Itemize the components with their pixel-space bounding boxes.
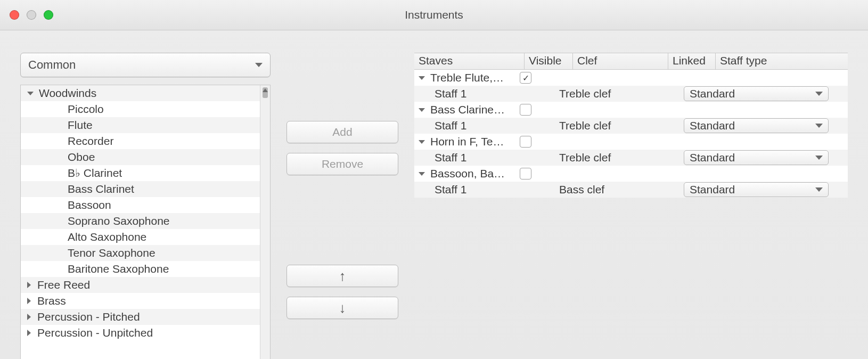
tree-item[interactable]: Alto Saxophone <box>21 229 260 245</box>
remove-button[interactable]: Remove <box>286 153 398 175</box>
tree-item-label: Bass Clarinet <box>68 183 134 195</box>
scroll-up-icon[interactable] <box>263 88 268 92</box>
tree-group-label: Woodwinds <box>39 87 96 100</box>
staff-label: Staff 1 <box>435 119 466 132</box>
minimize-icon[interactable] <box>27 10 36 20</box>
instruments-dialog: Instruments Common WoodwindsPiccoloFlute… <box>0 0 868 359</box>
stafftype-select[interactable]: Standard <box>684 182 829 197</box>
staff-label: Staff 1 <box>435 183 466 196</box>
move-up-button[interactable]: ↑ <box>286 265 398 287</box>
stafftype-label: Standard <box>690 119 735 132</box>
right-panel: Staves Visible Clef Linked Staff type Tr… <box>414 53 848 359</box>
chevron-down-icon <box>815 92 823 96</box>
tree-group[interactable]: Woodwinds <box>21 85 260 101</box>
tree-item[interactable]: Tenor Saxophone <box>21 245 260 261</box>
grid-header: Staves Visible Clef Linked Staff type <box>414 53 848 70</box>
clef-cell: Treble clef <box>555 119 641 132</box>
clef-cell: Treble clef <box>555 151 641 164</box>
instrument-row[interactable]: Horn in F, Te… <box>414 134 848 150</box>
stafftype-label: Standard <box>690 183 735 196</box>
tree-item-label: Tenor Saxophone <box>68 247 155 259</box>
close-icon[interactable] <box>10 10 19 20</box>
tree-group-label: Brass <box>37 295 66 307</box>
chevron-down-icon <box>27 92 34 95</box>
col-staves[interactable]: Staves <box>414 53 525 69</box>
chevron-down-icon <box>419 140 425 144</box>
titlebar: Instruments <box>0 0 868 30</box>
stafftype-select[interactable]: Standard <box>684 86 829 101</box>
staff-row[interactable]: Staff 1Bass clefStandard <box>414 182 848 198</box>
add-button[interactable]: Add <box>286 121 398 143</box>
instrument-name: Bass Clarine… <box>430 103 505 116</box>
instrument-name: Treble Flute,… <box>430 71 504 84</box>
chevron-right-icon <box>27 330 31 336</box>
visible-checkbox[interactable] <box>520 136 531 148</box>
stafftype-label: Standard <box>690 87 735 100</box>
chevron-down-icon <box>419 172 425 176</box>
tree-scrollbar[interactable] <box>260 85 270 359</box>
tree-item[interactable]: Piccolo <box>21 101 260 117</box>
visible-checkbox[interactable] <box>520 168 531 180</box>
tree-item-label: Baritone Saxophone <box>68 263 169 275</box>
staff-row[interactable]: Staff 1Treble clefStandard <box>414 150 848 166</box>
tree-item[interactable]: Bass Clarinet <box>21 181 260 197</box>
tree-item[interactable]: Baritone Saxophone <box>21 261 260 277</box>
instrument-row[interactable]: Treble Flute,…✓ <box>414 70 848 86</box>
tree-group[interactable]: Free Reed <box>21 277 260 293</box>
chevron-down-icon <box>419 108 425 112</box>
tree-group-label: Percussion - Unpitched <box>37 327 153 339</box>
staves-grid: Staves Visible Clef Linked Staff type Tr… <box>414 53 848 198</box>
stafftype-select[interactable]: Standard <box>684 150 829 165</box>
instrument-row[interactable]: Bass Clarine… <box>414 102 848 118</box>
zoom-icon[interactable] <box>44 10 53 20</box>
instrument-tree[interactable]: WoodwindsPiccoloFluteRecorderOboeB♭ Clar… <box>20 85 271 359</box>
chevron-right-icon <box>27 298 31 304</box>
chevron-down-icon <box>815 124 823 128</box>
tree-group-label: Free Reed <box>37 279 90 291</box>
staff-row[interactable]: Staff 1Treble clefStandard <box>414 118 848 134</box>
staff-label: Staff 1 <box>435 151 466 164</box>
stafftype-label: Standard <box>690 151 735 164</box>
tree-group[interactable]: Percussion - Pitched <box>21 309 260 325</box>
tree-group-label: Percussion - Pitched <box>37 311 140 323</box>
middle-buttons: Add Remove ↑ ↓ <box>286 53 398 359</box>
tree-item[interactable]: Soprano Saxophone <box>21 213 260 229</box>
col-clef[interactable]: Clef <box>573 53 668 69</box>
remove-button-label: Remove <box>322 158 363 170</box>
tree-item-label: B♭ Clarinet <box>68 167 122 180</box>
tree-item[interactable]: Bassoon <box>21 197 260 213</box>
window-title: Instruments <box>0 9 868 21</box>
col-visible[interactable]: Visible <box>525 53 573 69</box>
chevron-down-icon <box>255 63 263 67</box>
move-down-button[interactable]: ↓ <box>286 297 398 319</box>
tree-item[interactable]: Oboe <box>21 149 260 165</box>
chevron-down-icon <box>419 76 425 80</box>
category-select[interactable]: Common <box>20 53 271 77</box>
tree-item-label: Flute <box>68 119 93 132</box>
arrow-up-icon: ↑ <box>339 268 346 284</box>
instrument-row[interactable]: Bassoon, Ba… <box>414 166 848 182</box>
instrument-name: Horn in F, Te… <box>430 135 504 148</box>
tree-group[interactable]: Brass <box>21 293 260 309</box>
clef-cell: Bass clef <box>555 183 641 196</box>
tree-item-label: Recorder <box>68 135 113 148</box>
left-panel: Common WoodwindsPiccoloFluteRecorderOboe… <box>20 53 271 359</box>
arrow-down-icon: ↓ <box>339 300 346 316</box>
tree-item-label: Alto Saxophone <box>68 231 146 243</box>
visible-checkbox[interactable] <box>520 104 531 116</box>
col-linked[interactable]: Linked <box>668 53 716 69</box>
tree-group[interactable]: Percussion - Unpitched <box>21 325 260 341</box>
stafftype-select[interactable]: Standard <box>684 118 829 133</box>
staff-label: Staff 1 <box>435 87 466 100</box>
chevron-right-icon <box>27 282 31 288</box>
visible-checkbox[interactable]: ✓ <box>520 72 531 84</box>
tree-item-label: Piccolo <box>68 103 104 116</box>
col-stafftype[interactable]: Staff type <box>716 53 848 69</box>
tree-item[interactable]: Flute <box>21 117 260 133</box>
staff-row[interactable]: Staff 1Treble clefStandard <box>414 86 848 102</box>
tree-item[interactable]: Recorder <box>21 133 260 149</box>
chevron-right-icon <box>27 314 31 320</box>
tree-item-label: Oboe <box>68 151 95 164</box>
tree-item[interactable]: B♭ Clarinet <box>21 165 260 181</box>
instrument-name: Bassoon, Ba… <box>430 167 505 180</box>
